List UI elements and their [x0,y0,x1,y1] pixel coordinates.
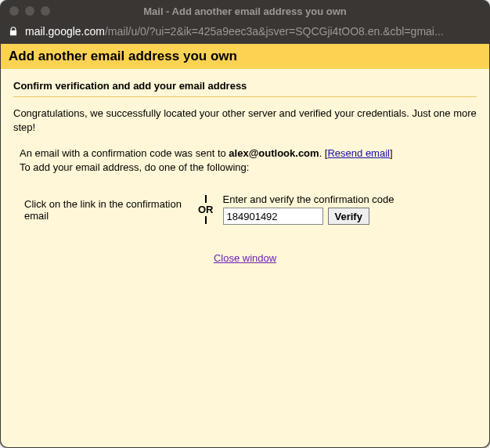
resend-email-link[interactable]: Resend email [327,147,390,159]
titlebar: Mail - Add another email address you own [0,0,490,22]
minimize-window-button[interactable] [25,6,34,16]
instruction-block: An email with a confirmation code was se… [13,146,477,175]
page-content: Add another email address you own Confir… [0,44,490,448]
confirmation-suffix1: . [ [319,147,328,159]
page-subheading: Confirm verification and add your email … [13,75,477,97]
confirmation-prefix: An email with a confirmation code was se… [20,147,229,159]
option-enter-code: Enter and verify the confirmation code V… [223,193,477,225]
enter-code-label: Enter and verify the confirmation code [223,193,477,205]
options-row: Click on the link in the confirmation em… [13,193,477,226]
or-separator: OR [196,193,215,226]
congrats-text: Congratulations, we successfully located… [13,107,477,134]
close-row: Close window [13,252,477,264]
lock-icon [8,26,19,37]
maximize-window-button[interactable] [41,6,50,16]
option-click-link: Click on the link in the confirmation em… [24,193,189,222]
confirmation-code-input[interactable] [223,208,323,225]
separator-bar-top [205,195,207,203]
confirmation-suffix2: ] [390,147,393,159]
url-path: /mail/u/0/?ui=2&ik=425a9eec3a&jsver=SQCG… [105,25,444,38]
or-label: OR [198,204,214,215]
traffic-lights [0,6,50,16]
close-window-button[interactable] [9,6,19,16]
url-bar: mail.google.com/mail/u/0/?ui=2&ik=425a9e… [0,22,490,44]
window-title: Mail - Add another email address you own [0,5,490,17]
page-body: Confirm verification and add your email … [1,69,489,276]
separator-bar-bottom [205,216,207,224]
code-row: Verify [223,208,477,225]
page-heading: Add another email address you own [1,44,489,69]
confirmation-email: alex@outlook.com [229,147,319,159]
browser-window: Mail - Add another email address you own… [0,0,490,448]
url-text: mail.google.com/mail/u/0/?ui=2&ik=425a9e… [25,25,444,38]
verify-button[interactable]: Verify [328,208,369,225]
confirmation-line: An email with a confirmation code was se… [20,146,477,161]
close-window-link[interactable]: Close window [214,252,276,264]
instruction-line2: To add your email address, do one of the… [20,161,477,175]
url-host: mail.google.com [25,25,105,38]
